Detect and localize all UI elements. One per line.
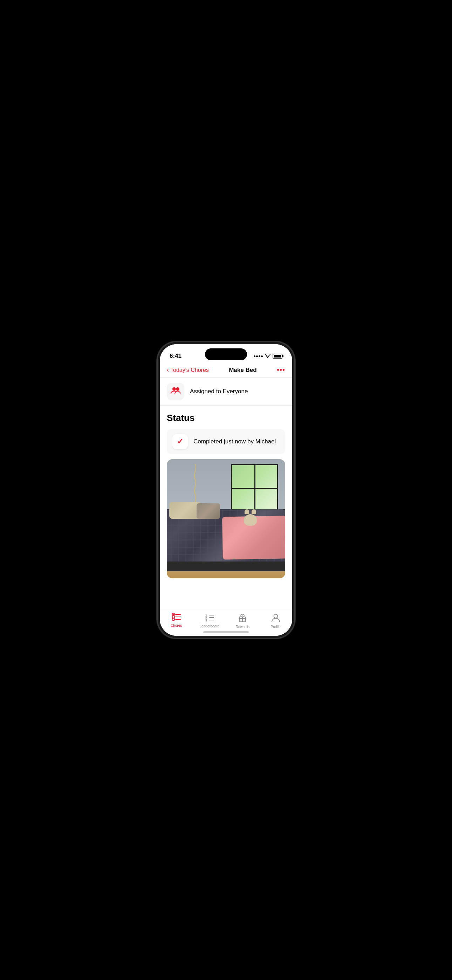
people-icon-box bbox=[167, 383, 184, 400]
leaderboard-tab-icon: 1 2 3 bbox=[205, 613, 214, 623]
checkmark-box: ✓ bbox=[172, 434, 188, 449]
back-label: Today's Chores bbox=[170, 367, 209, 373]
window bbox=[231, 464, 278, 512]
svg-point-1 bbox=[176, 387, 180, 391]
window-divider-v bbox=[255, 465, 255, 511]
tab-chores[interactable]: Chores bbox=[160, 613, 193, 629]
ellipsis-icon: ••• bbox=[277, 366, 285, 374]
checkmark-icon: ✓ bbox=[177, 437, 183, 446]
svg-point-15 bbox=[274, 614, 277, 618]
back-button[interactable]: ‹ Today's Chores bbox=[167, 366, 209, 374]
back-arrow-icon: ‹ bbox=[167, 366, 169, 374]
signal-icon bbox=[254, 355, 263, 357]
chores-tab-icon bbox=[172, 613, 181, 622]
svg-point-6 bbox=[172, 618, 175, 621]
bed-scene-visual bbox=[167, 459, 285, 578]
wifi-icon bbox=[265, 354, 271, 359]
status-indicators bbox=[254, 354, 282, 359]
completion-text: Completed just now by Michael bbox=[193, 438, 276, 445]
tab-profile-label: Profile bbox=[271, 625, 281, 629]
status-section: Status ✓ Completed just now by Michael bbox=[160, 406, 292, 459]
tab-leaderboard[interactable]: 1 2 3 Leaderboard bbox=[193, 613, 226, 629]
more-menu-button[interactable]: ••• bbox=[277, 366, 285, 374]
completion-status-row: ✓ Completed just now by Michael bbox=[167, 429, 285, 454]
phone-frame: 6:41 bbox=[158, 342, 294, 638]
pillow-secondary bbox=[197, 503, 220, 519]
assigned-label: Assigned to Everyone bbox=[190, 388, 248, 395]
main-content: Assigned to Everyone Status ✓ Completed … bbox=[160, 378, 292, 610]
tab-profile[interactable]: Profile bbox=[259, 613, 293, 629]
page-title: Make Bed bbox=[229, 367, 256, 374]
status-time: 6:41 bbox=[170, 353, 181, 360]
dynamic-island bbox=[205, 348, 247, 360]
home-indicator bbox=[203, 631, 249, 633]
battery-icon bbox=[272, 354, 282, 359]
assigned-row: Assigned to Everyone bbox=[160, 378, 292, 406]
tab-leaderboard-label: Leaderboard bbox=[199, 624, 220, 628]
navigation-header: ‹ Today's Chores Make Bed ••• bbox=[160, 363, 292, 378]
svg-text:3: 3 bbox=[205, 619, 207, 621]
rewards-tab-icon bbox=[238, 613, 247, 624]
phone-screen: 6:41 bbox=[160, 344, 292, 636]
svg-point-4 bbox=[172, 616, 175, 618]
tab-chores-label: Chores bbox=[170, 624, 182, 627]
profile-tab-icon bbox=[271, 613, 280, 624]
tab-rewards-label: Rewards bbox=[236, 625, 250, 629]
cat-figure bbox=[244, 509, 257, 526]
bed-photo bbox=[167, 459, 285, 578]
svg-point-0 bbox=[172, 387, 176, 391]
group-icon bbox=[170, 387, 180, 396]
status-heading: Status bbox=[167, 412, 285, 423]
tab-rewards[interactable]: Rewards bbox=[226, 613, 259, 629]
